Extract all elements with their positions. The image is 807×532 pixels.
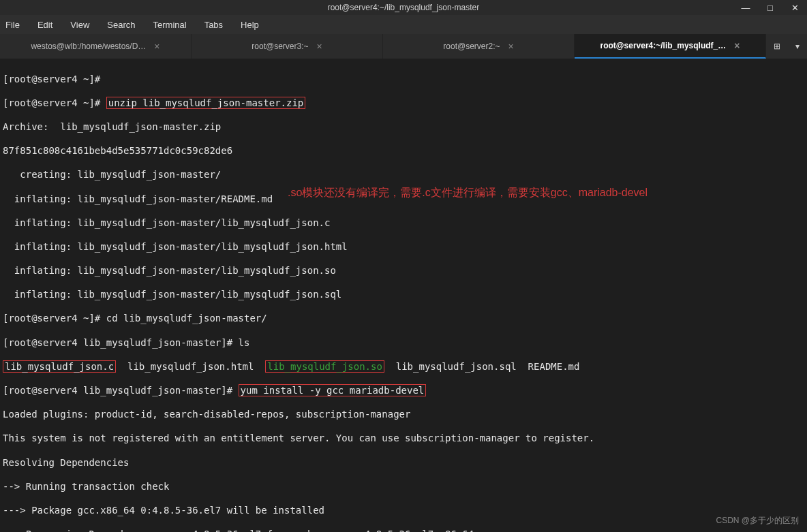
tab-close-icon[interactable]: × — [508, 41, 514, 52]
close-button[interactable]: ✕ — [782, 0, 807, 15]
tab-1[interactable]: root@server3:~ × — [192, 34, 383, 59]
maximize-button[interactable]: □ — [758, 0, 782, 15]
tab-close-icon[interactable]: × — [154, 41, 159, 52]
term-line: creating: lib_mysqludf_json-master/ — [3, 169, 804, 181]
term-line: inflating: lib_mysqludf_json-master/lib_… — [3, 217, 804, 230]
menu-terminal[interactable]: Terminal — [151, 18, 189, 31]
term-line: [root@server4 lib_mysqludf_json-master]#… — [3, 337, 804, 349]
term-line: lib_mysqludf_json.c lib_mysqludf_json.ht… — [3, 361, 804, 373]
highlight-unzip: unzip lib_mysqludf_json-master.zip — [106, 97, 306, 109]
term-line: [root@server4 ~]# unzip lib_mysqludf_jso… — [3, 97, 804, 110]
menu-help[interactable]: Help — [238, 18, 262, 31]
term-line: inflating: lib_mysqludf_json-master/lib_… — [3, 265, 804, 277]
terminal-area[interactable]: [root@server4 ~]# [root@server4 ~]# unzi… — [0, 59, 807, 532]
minimize-button[interactable]: — — [733, 0, 758, 15]
highlight-yum: yum install -y gcc mariadb-devel — [239, 384, 427, 396]
term-line: Loaded plugins: product-id, search-disab… — [3, 409, 804, 421]
highlight-c-file: lib_mysqludf_json.c — [3, 360, 116, 373]
term-line: This system is not registered with an en… — [3, 433, 804, 445]
menu-edit[interactable]: Edit — [35, 18, 55, 31]
menu-search[interactable]: Search — [104, 18, 138, 31]
term-line: [root@server4 lib_mysqludf_json-master]#… — [3, 385, 804, 397]
tab-3[interactable]: root@server4:~/lib_mysqludf_… × — [575, 34, 766, 59]
tabbar: westos@wlb:/home/westos/D… × root@server… — [0, 34, 807, 59]
tab-tools: ⊞ ▾ — [766, 34, 807, 59]
term-line: 87f851c808c4161beb4d5e535771dc0c59c82de6 — [3, 145, 804, 157]
term-line: ---> Package gcc.x86_64 0:4.8.5-36.el7 w… — [3, 505, 804, 517]
highlight-so-file: lib_mysqludf_json.so — [265, 360, 384, 373]
tab-2[interactable]: root@server2:~ × — [383, 34, 575, 59]
menu-tabs[interactable]: Tabs — [202, 18, 226, 31]
term-line: --> Running transaction check — [3, 481, 804, 493]
term-line: Archive: lib_mysqludf_json-master.zip — [3, 121, 804, 134]
term-line: [root@server4 ~]# — [3, 74, 804, 86]
term-line: inflating: lib_mysqludf_json-master/lib_… — [3, 289, 804, 301]
tab-label: root@server4:~/lib_mysqludf_… — [600, 41, 727, 50]
new-tab-icon[interactable]: ⊞ — [774, 42, 780, 51]
term-line: [root@server4 ~]# cd lib_mysqludf_json-m… — [3, 313, 804, 325]
menu-view[interactable]: View — [67, 18, 92, 31]
tab-label: westos@wlb:/home/westos/D… — [31, 42, 146, 51]
tab-0[interactable]: westos@wlb:/home/westos/D… × — [0, 34, 192, 59]
tab-menu-icon[interactable]: ▾ — [795, 42, 800, 51]
menubar: File Edit View Search Terminal Tabs Help — [0, 15, 807, 34]
menu-file[interactable]: File — [3, 18, 22, 31]
tab-label: root@server3:~ — [252, 42, 308, 51]
term-line: Resolving Dependencies — [3, 457, 804, 469]
window-controls: — □ ✕ — [733, 0, 807, 15]
watermark: CSDN @多于少的区别 — [716, 515, 799, 527]
tab-close-icon[interactable]: × — [317, 41, 322, 52]
term-line: --> Processing Dependency: cpp = 4.8.5-3… — [3, 529, 804, 532]
term-line: inflating: lib_mysqludf_json-master/lib_… — [3, 241, 804, 253]
titlebar: root@server4:~/lib_mysqludf_json-master … — [0, 0, 807, 15]
window-title: root@server4:~/lib_mysqludf_json-master — [328, 3, 480, 12]
tab-label: root@server2:~ — [443, 42, 500, 51]
tab-close-icon[interactable]: × — [734, 40, 740, 51]
annotation-text: .so模块还没有编译完，需要.c文件进行编译，需要安装gcc、mariadb-d… — [288, 187, 648, 199]
